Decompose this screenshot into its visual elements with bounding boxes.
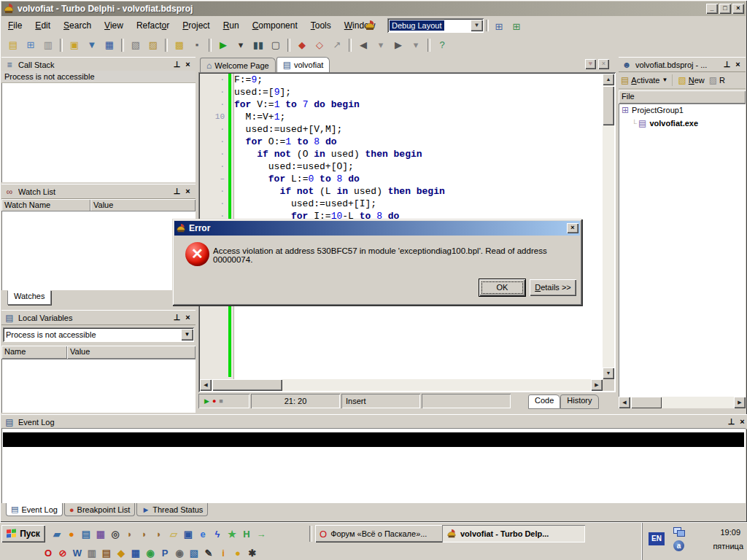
close-page-button[interactable]: × — [598, 59, 609, 69]
task-button-volvofiat-turbo-delp-[interactable]: volvofiat - Turbo Delp... — [442, 525, 585, 542]
combo-dropdown-icon[interactable]: ▼ — [181, 329, 193, 341]
save-desktop-icon[interactable]: ⊞ — [491, 19, 507, 34]
macro-play-icon[interactable]: ▶ — [204, 397, 209, 405]
tab-event-log[interactable]: ▤Event Log — [6, 503, 63, 516]
set-debug-desktop-icon[interactable]: ⊞ — [508, 19, 525, 34]
editor-tab-welcome-page[interactable]: ⌂Welcome Page — [200, 58, 276, 72]
tree-node-projectgroup1[interactable]: ⊞ProjectGroup1 — [619, 104, 746, 117]
scroll-left-icon[interactable]: ◀ — [619, 397, 630, 408]
close-icon[interactable]: × — [732, 60, 743, 70]
error-dialog-title-bar[interactable]: Error × — [174, 221, 580, 236]
notepad-icon[interactable]: ▤ — [79, 526, 93, 541]
archive-icon[interactable]: ▥ — [85, 545, 99, 560]
save-all-icon[interactable]: ▥ — [40, 37, 56, 52]
project-horizontal-scrollbar[interactable]: ◀ ▶ — [619, 397, 746, 408]
activate-button[interactable]: ▤ Activate ▼ — [619, 74, 670, 87]
coin-icon[interactable]: ● — [231, 545, 245, 560]
ide-title-bar[interactable]: volvofiat - Turbo Delphi - volvofiat.bds… — [1, 1, 746, 16]
ok-button[interactable]: OK — [479, 279, 525, 296]
open-project-icon[interactable]: ⊞ — [23, 37, 39, 52]
media-folder-icon[interactable]: ▧ — [187, 545, 201, 560]
search-binoculars-icon[interactable]: ◎ — [108, 526, 123, 541]
scroll-right-icon[interactable]: ▶ — [734, 397, 746, 408]
dcpp-icon[interactable]: ● — [64, 526, 79, 541]
close-icon[interactable]: × — [182, 60, 193, 70]
internet-explorer-icon[interactable]: e — [196, 526, 210, 541]
close-icon[interactable]: × — [182, 313, 193, 323]
forward-dropdown-icon[interactable]: ▾ — [408, 37, 424, 52]
watches-tab[interactable]: Watches — [7, 290, 51, 305]
image-viewer-icon[interactable]: ▦ — [93, 526, 108, 541]
task-button-форум-всё-о-паскале-[interactable]: OФорум «Всё о Паскале»... — [315, 525, 448, 542]
combo-dropdown-icon[interactable]: ▼ — [471, 20, 483, 31]
pause-icon[interactable]: ▮▮ — [250, 37, 266, 52]
help-icon[interactable]: ? — [434, 37, 450, 52]
menu-item-tools[interactable]: Tools — [305, 18, 337, 33]
scrollbar-thumb[interactable] — [212, 379, 282, 391]
chest-icon[interactable]: ▤ — [99, 545, 114, 560]
wallet-icon-3[interactable]: ◗ — [152, 526, 166, 541]
menu-item-project[interactable]: Project — [177, 18, 215, 33]
clock[interactable]: 19:09 — [720, 528, 740, 537]
pin-icon[interactable]: ⊥ — [171, 313, 182, 323]
info-icon[interactable]: i — [216, 545, 231, 560]
forward-icon[interactable]: ▶ — [390, 37, 406, 52]
tree-node-volvofiat-exe[interactable]: └▤volvofiat.exe — [619, 117, 746, 130]
run-dropdown-icon[interactable]: ▾ — [233, 37, 249, 52]
close-button[interactable]: × — [732, 4, 744, 14]
maximize-button[interactable]: □ — [719, 4, 731, 14]
remove-button[interactable]: ▨ R — [707, 74, 727, 87]
scroll-down-icon[interactable]: ▼ — [603, 368, 614, 379]
menu-item-component[interactable]: Component — [247, 18, 303, 33]
opera-icon[interactable]: O — [41, 545, 55, 560]
tab-history[interactable]: History — [560, 394, 598, 409]
macro-stop-icon[interactable]: ■ — [219, 397, 222, 405]
run-to-cursor-icon[interactable]: ↗ — [329, 37, 345, 52]
menu-item-edit[interactable]: Edit — [29, 18, 56, 33]
hypersnap-icon[interactable]: H — [239, 526, 254, 541]
editor-vertical-scrollbar[interactable]: ▲ ▼ — [603, 74, 614, 379]
globe-icon[interactable]: ◉ — [143, 545, 158, 560]
close-button[interactable]: × — [567, 223, 578, 233]
new-button[interactable]: ▧ New — [676, 74, 706, 87]
network-icon[interactable] — [673, 527, 685, 537]
new-file-icon[interactable]: ▣ — [66, 37, 82, 52]
floppy-icon[interactable]: ▦ — [128, 545, 143, 560]
back-icon[interactable]: ◀ — [355, 37, 371, 52]
language-indicator[interactable]: EN — [649, 532, 665, 545]
pen-icon[interactable]: ✎ — [201, 545, 216, 560]
add-source-breakpoint-icon[interactable]: ◇ — [311, 37, 328, 52]
save-file-icon[interactable]: ▦ — [101, 37, 117, 52]
binary-file-icon[interactable]: ▪ — [189, 37, 205, 52]
scroll-right-icon[interactable]: ▶ — [591, 379, 603, 391]
step-over-icon[interactable]: ▢ — [268, 37, 284, 52]
close-icon[interactable]: × — [182, 187, 193, 197]
open-folder-icon[interactable]: ▨ — [145, 37, 161, 52]
pin-icon[interactable]: ⊥ — [721, 60, 732, 70]
pin-icon[interactable]: ⊥ — [171, 187, 182, 197]
column-name[interactable]: Name — [1, 346, 67, 359]
macro-record-icon[interactable]: ● — [212, 397, 216, 405]
tab-breakpoint-list[interactable]: ●Breakpoint List — [64, 503, 135, 516]
close-icon[interactable]: × — [737, 417, 747, 427]
delphi-helmet-icon[interactable]: ◆ — [114, 545, 128, 560]
word-icon[interactable]: W — [70, 545, 85, 560]
tab-list-button[interactable]: ♥ — [585, 59, 596, 69]
no-entry-icon[interactable]: ⊘ — [55, 545, 70, 560]
event-log-selected-entry[interactable] — [3, 432, 744, 447]
details-button[interactable]: Details >> — [530, 279, 576, 296]
star-icon[interactable]: ★ — [225, 526, 239, 541]
editor-tab-volvofiat[interactable]: ▤volvofiat — [276, 57, 330, 72]
tab-code[interactable]: Code — [528, 394, 560, 409]
scrollbar-thumb[interactable] — [603, 86, 614, 125]
scroll-up-icon[interactable]: ▲ — [603, 74, 614, 85]
editor-horizontal-scrollbar[interactable]: ◀ ▶ — [200, 379, 603, 391]
folder-icon[interactable]: ▱ — [166, 526, 181, 541]
scroll-left-icon[interactable]: ◀ — [200, 379, 212, 391]
open-file-icon[interactable]: ▼ — [84, 37, 100, 52]
column-value[interactable]: Value — [67, 346, 196, 359]
new-items-icon[interactable]: ▤ — [5, 37, 21, 52]
antivirus-icon[interactable]: a — [673, 540, 684, 551]
desktop-layout-combo[interactable]: Debug Layout ▼ — [387, 18, 484, 33]
run-icon[interactable]: ▶ — [215, 37, 231, 52]
